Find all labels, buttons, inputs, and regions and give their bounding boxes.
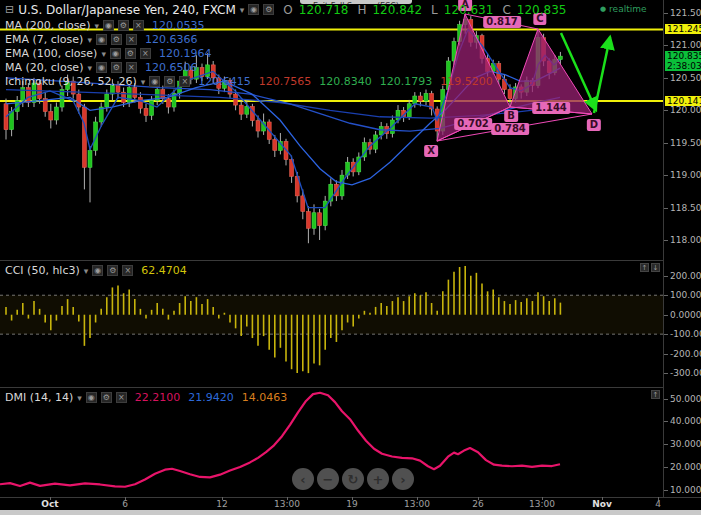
visibility-toggle-icon[interactable]: ◉ <box>103 20 114 31</box>
dmi-tick-label: 10.0000 <box>664 485 701 495</box>
candlestick <box>301 196 305 212</box>
indicator-legend-ema7[interactable]: EMA (7, close) ▾ ◉ ⚙ × 120.6366 <box>5 33 197 46</box>
candlestick <box>234 94 238 105</box>
bar-countdown-flag: 2:38:03 <box>665 61 701 71</box>
settings-icon[interactable]: ⚙ <box>125 48 136 59</box>
remove-icon[interactable]: × <box>126 34 137 45</box>
realtime-dot-icon: ● <box>600 5 606 13</box>
price-tick-label: 119.0000 <box>664 170 701 180</box>
chevron-down-icon[interactable]: ▾ <box>84 266 89 276</box>
price-tick-label: 121.0000 <box>664 40 701 50</box>
candlestick <box>418 96 422 101</box>
indicator-legend-ema100[interactable]: EMA (100, close) ▾ ◉ ⚙ × 120.1964 <box>5 47 211 60</box>
zoom-in-button[interactable]: + <box>367 468 389 490</box>
collapse-pane-icon[interactable]: ⊟ <box>5 3 14 16</box>
chevron-down-icon[interactable]: ▾ <box>77 393 82 403</box>
candlestick <box>49 112 53 120</box>
fib-ratio-label: 0.817 <box>483 16 521 28</box>
time-axis-tick <box>125 497 126 500</box>
remove-icon[interactable]: × <box>126 62 137 73</box>
chevron-down-icon[interactable]: ▾ <box>94 21 99 31</box>
time-axis-label: 12 <box>216 499 227 509</box>
settings-icon[interactable]: ⚙ <box>107 265 118 276</box>
candlestick <box>256 121 260 131</box>
remove-icon[interactable]: × <box>116 392 127 403</box>
chevron-down-icon[interactable]: ▾ <box>87 35 92 45</box>
pane-move-down-button[interactable]: ↓ <box>651 263 660 272</box>
close-label: C <box>502 3 510 17</box>
pane-move-up-button[interactable]: ↑ <box>640 263 649 272</box>
time-axis-tick <box>417 497 418 500</box>
chevron-down-icon[interactable]: ▾ <box>141 77 146 87</box>
cci-pane[interactable]: CCI (50, hlc3) ▾ ◉ ⚙ × 62.4704 ↑ ↓ <box>0 261 663 387</box>
close-value: 120.835 <box>517 3 567 17</box>
visibility-toggle-icon[interactable]: ◉ <box>110 48 121 59</box>
candlestick <box>413 96 417 104</box>
candlestick <box>10 112 14 130</box>
pan-left-button[interactable]: ‹ <box>292 468 314 490</box>
indicator-legend-ma200[interactable]: MA (200, close) ▾ ◉ ⚙ × 120.0535 <box>5 19 204 32</box>
price-tick-label: 118.0000 <box>664 235 701 245</box>
dmi-adx-line <box>0 393 560 487</box>
visibility-toggle-icon[interactable]: ◉ <box>96 34 107 45</box>
pattern-point-label: B <box>504 110 518 122</box>
high-value: 120.842 <box>372 3 422 17</box>
indicator-value: 22.2100 <box>135 391 181 404</box>
price-axis[interactable]: 121.5000121.0000120.5000120.0000119.5000… <box>663 0 701 497</box>
visibility-toggle-icon[interactable]: ◉ <box>86 392 97 403</box>
indicator-value: 120.7565 <box>259 75 312 88</box>
chevron-down-icon[interactable]: ▾ <box>101 49 106 59</box>
settings-icon[interactable]: ⚙ <box>263 4 274 15</box>
remove-icon[interactable]: × <box>133 20 144 31</box>
pan-right-button[interactable]: › <box>392 468 414 490</box>
symbol-title-row[interactable]: ⊟ U.S. Dollar/Japanese Yen, 240, FXCM ▾ … <box>5 3 566 16</box>
time-axis-label: 13:00 <box>274 499 300 509</box>
remove-icon[interactable]: × <box>140 48 151 59</box>
indicator-value: 120.6366 <box>145 33 198 46</box>
indicator-legend-ma20[interactable]: MA (20, close) ▾ ◉ ⚙ × 120.6506 <box>5 61 197 74</box>
pane-move-up-button[interactable]: ↑ <box>651 390 660 399</box>
candlestick <box>127 88 131 103</box>
chevron-down-icon[interactable]: ▾ <box>87 63 92 73</box>
candlestick <box>318 213 322 226</box>
candlestick <box>144 108 148 115</box>
indicator-value: 119.5200 <box>440 75 493 88</box>
candlestick <box>166 99 170 107</box>
price-alert-flag: 120.1413 <box>665 96 701 106</box>
settings-icon[interactable]: ⚙ <box>111 62 122 73</box>
settings-icon[interactable]: ⚙ <box>101 392 112 403</box>
symbol-title[interactable]: U.S. Dollar/Japanese Yen, 240, FXCM <box>18 3 236 17</box>
visibility-toggle-icon[interactable]: ◉ <box>92 265 103 276</box>
settings-icon[interactable]: ⚙ <box>118 20 129 31</box>
time-axis-tick <box>658 497 659 500</box>
indicator-value: 21.9420 <box>188 391 234 404</box>
settings-icon[interactable]: ⚙ <box>164 76 175 87</box>
pattern-point-label: D <box>587 119 601 131</box>
indicator-legend-cci[interactable]: CCI (50, hlc3) ▾ ◉ ⚙ × 62.4704 <box>5 264 187 277</box>
chevron-down-icon[interactable]: ▾ <box>240 5 245 15</box>
visibility-toggle-icon[interactable]: ◉ <box>96 62 107 73</box>
visibility-toggle-icon[interactable]: ◉ <box>149 76 160 87</box>
price-tick-label: 120.0000 <box>664 105 701 115</box>
candlestick <box>306 211 310 228</box>
visibility-toggle-icon[interactable]: ◉ <box>248 4 259 15</box>
indicator-legend-ichimoku[interactable]: Ichimoku (9, 26, 52, 26) ▾ ◉ ⚙ × 120.641… <box>5 75 493 88</box>
remove-icon[interactable]: × <box>122 265 133 276</box>
price-pane[interactable]: ⊟ U.S. Dollar/Japanese Yen, 240, FXCM ▾ … <box>0 0 663 260</box>
indicator-legend-dmi[interactable]: DMI (14, 14) ▾ ◉ ⚙ × 22.2100 21.9420 14.… <box>5 391 287 404</box>
zoom-out-button[interactable]: − <box>317 468 339 490</box>
reset-chart-button[interactable]: ↻ <box>342 468 364 490</box>
cci-tick-label: 0.0000 <box>664 310 701 320</box>
candlestick <box>150 101 154 116</box>
candlestick <box>239 105 243 114</box>
price-alert-flag: 121.2459 <box>665 24 701 34</box>
candlestick <box>312 213 316 229</box>
settings-icon[interactable]: ⚙ <box>111 34 122 45</box>
price-tick-label: 121.5000 <box>664 8 701 18</box>
time-axis-label: Nov <box>592 499 612 509</box>
candlestick <box>424 93 428 101</box>
remove-icon[interactable]: × <box>179 76 190 87</box>
time-axis[interactable]: Oct61213:001913:002613:00Nov4 <box>0 498 701 510</box>
bottom-edge-strip <box>0 510 701 515</box>
candlestick <box>508 90 512 99</box>
